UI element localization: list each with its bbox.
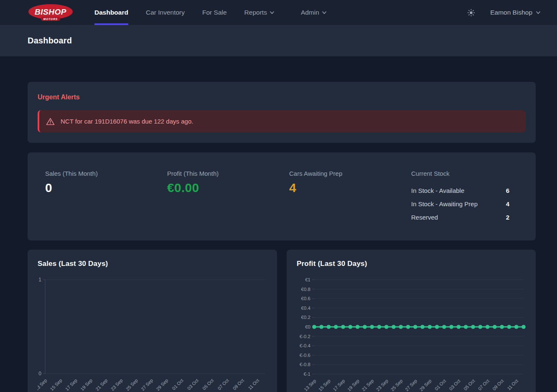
navbar-right: Eamon Bishop xyxy=(467,0,540,25)
brand-name-text: BISHOP xyxy=(35,8,66,16)
svg-text:€0: €0 xyxy=(305,324,310,329)
svg-text:19 Sep: 19 Sep xyxy=(346,378,360,392)
svg-text:05 Oct: 05 Oct xyxy=(463,378,476,391)
stats-card: Sales (This Month) 0 Profit (This Month)… xyxy=(28,152,536,240)
svg-text:11 Oct: 11 Oct xyxy=(247,378,260,391)
svg-text:19 Sep: 19 Sep xyxy=(79,378,93,392)
svg-text:15 Sep: 15 Sep xyxy=(49,378,63,392)
nav-item-label: Dashboard xyxy=(94,9,128,16)
warning-triangle-icon xyxy=(46,117,55,126)
svg-text:09 Oct: 09 Oct xyxy=(232,378,245,391)
brand-tagline-text: MOTORS xyxy=(43,18,58,20)
theme-toggle-button[interactable] xyxy=(467,9,475,17)
stock-row-available: In Stock - Available 6 xyxy=(411,184,509,197)
stat-label: Cars Awaiting Prep xyxy=(289,169,404,178)
svg-text:€-0.6: €-0.6 xyxy=(300,353,310,358)
nav-item-reports[interactable]: Reports xyxy=(244,0,274,25)
svg-text:13 Sep: 13 Sep xyxy=(38,378,48,392)
chart-title: Sales (Last 30 Days) xyxy=(38,260,267,268)
svg-text:€-0.8: €-0.8 xyxy=(300,362,310,367)
svg-text:€1: €1 xyxy=(305,277,310,282)
svg-text:01 Oct: 01 Oct xyxy=(171,378,184,391)
profit-line-chart: €1€0.8€0.6€0.4€0.2€0€-0.2€-0.4€-0.6€-0.8… xyxy=(297,275,526,392)
stat-sales-this-month: Sales (This Month) 0 xyxy=(38,169,160,224)
urgent-alerts-card: Urgent Alerts NCT for car 191D16076 was … xyxy=(28,82,536,143)
profit-chart-card: Profit (Last 30 Days) €1€0.8€0.6€0.4€0.2… xyxy=(287,250,536,392)
chart-title: Profit (Last 30 Days) xyxy=(297,260,526,268)
stat-value: 0 xyxy=(45,181,160,195)
sales-chart-card: Sales (Last 30 Days) 1013 Sep15 Sep17 Se… xyxy=(28,250,277,392)
chevron-down-icon xyxy=(536,11,540,14)
user-menu[interactable]: Eamon Bishop xyxy=(490,9,540,16)
nav-item-admin[interactable]: Admin xyxy=(301,0,326,25)
svg-text:25 Sep: 25 Sep xyxy=(125,378,139,392)
stat-label: Current Stock xyxy=(411,169,526,178)
chevron-down-icon xyxy=(270,11,274,14)
svg-text:23 Sep: 23 Sep xyxy=(110,378,124,392)
svg-text:09 Oct: 09 Oct xyxy=(491,378,504,391)
bishop-motors-logo-icon: BISHOP MOTORS xyxy=(28,3,74,22)
svg-text:27 Sep: 27 Sep xyxy=(404,378,418,392)
stock-row-label: Reserved xyxy=(411,214,438,221)
svg-text:€-1: €-1 xyxy=(303,372,310,377)
svg-text:27 Sep: 27 Sep xyxy=(140,378,154,392)
brand-logo[interactable]: BISHOP MOTORS xyxy=(28,0,74,25)
stock-rows: In Stock - Available 6 In Stock - Awaiti… xyxy=(411,184,509,224)
main-content: Urgent Alerts NCT for car 191D16076 was … xyxy=(28,56,536,392)
nav-item-label: Car Inventory xyxy=(146,9,185,16)
svg-text:€0.6: €0.6 xyxy=(301,296,310,301)
svg-text:€0.2: €0.2 xyxy=(301,315,310,320)
page-header: Dashboard xyxy=(0,25,557,56)
svg-text:21 Sep: 21 Sep xyxy=(361,378,374,392)
nav-item-dashboard[interactable]: Dashboard xyxy=(94,0,128,25)
svg-text:€-0.2: €-0.2 xyxy=(300,334,310,339)
chevron-down-icon xyxy=(322,11,326,14)
svg-text:11 Oct: 11 Oct xyxy=(506,378,519,391)
svg-text:07 Oct: 07 Oct xyxy=(216,378,229,391)
svg-text:29 Sep: 29 Sep xyxy=(155,378,169,392)
stat-value: 4 xyxy=(289,181,404,195)
svg-text:0: 0 xyxy=(38,371,41,377)
sun-icon xyxy=(467,9,475,17)
nav-item-car-inventory[interactable]: Car Inventory xyxy=(146,0,185,25)
svg-text:01 Oct: 01 Oct xyxy=(434,378,447,391)
svg-text:1: 1 xyxy=(38,277,41,283)
page-title: Dashboard xyxy=(28,36,72,46)
stat-value: €0.00 xyxy=(167,181,282,195)
nav-item-label: Reports xyxy=(244,9,267,16)
nav-item-for-sale[interactable]: For Sale xyxy=(202,0,227,25)
svg-text:05 Oct: 05 Oct xyxy=(201,378,214,391)
user-name: Eamon Bishop xyxy=(490,9,532,16)
sales-line-chart: 1013 Sep15 Sep17 Sep19 Sep21 Sep23 Sep25… xyxy=(38,275,267,392)
stock-row-awaiting-prep: In Stock - Awaiting Prep 4 xyxy=(411,197,509,210)
alert-item: NCT for car 191D16076 was due 122 days a… xyxy=(38,110,526,132)
alert-text: NCT for car 191D16076 was due 122 days a… xyxy=(61,118,193,125)
stock-row-value: 4 xyxy=(506,200,509,207)
nav-item-label: Admin xyxy=(301,9,319,16)
urgent-alerts-title: Urgent Alerts xyxy=(38,94,526,101)
nav-item-label: For Sale xyxy=(202,9,227,16)
svg-text:€-0.4: €-0.4 xyxy=(300,343,311,348)
stat-cars-awaiting-prep: Cars Awaiting Prep 4 xyxy=(282,169,404,224)
svg-text:03 Oct: 03 Oct xyxy=(448,378,461,391)
svg-text:23 Sep: 23 Sep xyxy=(375,378,389,392)
stat-label: Sales (This Month) xyxy=(45,169,160,178)
svg-text:25 Sep: 25 Sep xyxy=(390,378,404,392)
svg-text:15 Sep: 15 Sep xyxy=(318,378,331,392)
stat-label: Profit (This Month) xyxy=(167,169,282,178)
charts-row: Sales (Last 30 Days) 1013 Sep15 Sep17 Se… xyxy=(28,250,536,392)
main-nav: Dashboard Car Inventory For Sale Reports… xyxy=(94,0,344,25)
svg-text:21 Sep: 21 Sep xyxy=(94,378,108,392)
stock-row-label: In Stock - Available xyxy=(411,187,464,194)
stock-row-label: In Stock - Awaiting Prep xyxy=(411,200,478,207)
stock-row-value: 6 xyxy=(506,187,509,194)
stat-current-stock: Current Stock In Stock - Available 6 In … xyxy=(404,169,526,224)
svg-text:17 Sep: 17 Sep xyxy=(332,378,346,392)
top-navbar: BISHOP MOTORS Dashboard Car Inventory Fo… xyxy=(0,0,557,25)
stock-row-reserved: Reserved 2 xyxy=(411,210,509,224)
svg-text:€0.4: €0.4 xyxy=(301,306,311,311)
svg-text:17 Sep: 17 Sep xyxy=(64,378,78,392)
svg-text:€0.8: €0.8 xyxy=(301,287,310,292)
stat-profit-this-month: Profit (This Month) €0.00 xyxy=(160,169,282,224)
svg-text:03 Oct: 03 Oct xyxy=(186,378,199,391)
